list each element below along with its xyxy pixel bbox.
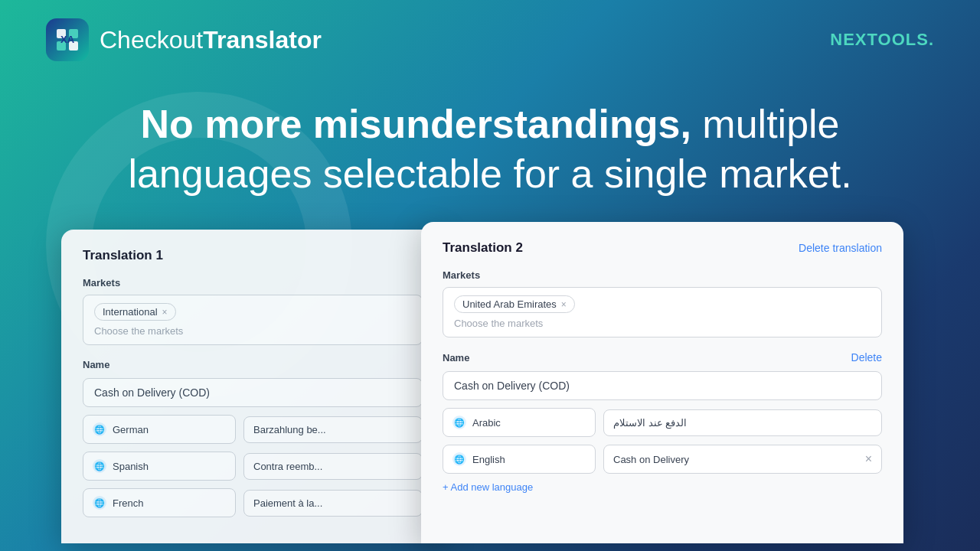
card1-french-value-text: Paiement à la... (253, 497, 322, 509)
card2-arabic-label: Arabic (472, 417, 501, 429)
card1-spanish-value-text: Contra reemb... (253, 461, 322, 472)
card1-markets-placeholder: Choose the markets (94, 325, 411, 337)
card2-markets-label: Markets (443, 269, 882, 281)
card1-spanish-lang: 🌐 Spanish (83, 452, 236, 481)
headline-section: No more misunderstandings, multiple lang… (0, 99, 980, 199)
card2-arabic-lang: 🌐 Arabic (443, 408, 596, 437)
card2-english-label: English (472, 454, 505, 465)
card1-market-remove-btn[interactable]: × (162, 307, 168, 318)
translation-card-1: Translation 1 Markets International × Ch… (61, 230, 444, 543)
add-lang-label: + Add new language (443, 481, 533, 493)
card1-markets-label: Markets (83, 277, 423, 289)
card1-markets-box[interactable]: International × Choose the markets (83, 295, 423, 345)
app-name: CheckoutTranslator (100, 26, 322, 54)
header: XA CheckoutTranslator NEXTOOLS. (46, 18, 934, 61)
card1-german-value[interactable]: Barzahlung be... (243, 416, 423, 443)
delete-translation-btn[interactable]: Delete translation (799, 242, 882, 254)
card1-german-lang: 🌐 German (83, 415, 236, 444)
card2-header: Translation 2 Delete translation (443, 240, 882, 256)
card1-french-lang: 🌐 French (83, 488, 236, 517)
globe-icon-2: 🌐 (93, 459, 106, 473)
card1-spanish-value[interactable]: Contra reemb... (243, 453, 423, 480)
card2-market-tag-label: United Arab Emirates (462, 298, 557, 310)
card1-market-tag[interactable]: International × (94, 303, 176, 321)
globe-icon: 🌐 (93, 422, 106, 436)
nextools-brand: NEXTOOLS. (830, 30, 934, 50)
card2-market-tag[interactable]: United Arab Emirates × (454, 295, 575, 313)
card1-name-label: Name (83, 359, 109, 370)
card1-header: Translation 1 (83, 248, 423, 263)
card2-name-input[interactable] (443, 371, 882, 400)
card2-market-remove-btn[interactable]: × (561, 299, 567, 310)
cards-container: Translation 1 Markets International × Ch… (61, 230, 949, 551)
card2-arabic-row: 🌐 Arabic الدفع عند الاستلام (443, 408, 882, 437)
card2-title: Translation 2 (443, 240, 523, 256)
card1-market-tag-label: International (103, 306, 158, 318)
globe-icon-3: 🌐 (93, 496, 106, 510)
logo-area: XA CheckoutTranslator (46, 18, 322, 61)
card1-name-input[interactable] (83, 378, 423, 407)
card1-spanish-label: Spanish (113, 461, 149, 472)
card1-name-header: Name (83, 359, 423, 370)
card1-french-label: French (113, 497, 143, 509)
card2-name-label: Name (443, 352, 469, 364)
card2-markets-box[interactable]: United Arab Emirates × Choose the market… (443, 287, 882, 337)
card2-arabic-value-text: الدفع عند الاستلام (613, 417, 687, 429)
card2-english-remove-btn[interactable]: × (865, 452, 872, 466)
card2-arabic-value[interactable]: الدفع عند الاستلام (603, 409, 882, 436)
card1-french-row: 🌐 French Paiement à la... (83, 488, 423, 517)
app-logo-icon: XA (46, 18, 89, 61)
card1-german-value-text: Barzahlung be... (253, 424, 326, 435)
card2-english-value-text: Cash on Delivery (613, 454, 689, 465)
card2-markets-placeholder: Choose the markets (454, 318, 871, 329)
card1-german-row: 🌐 German Barzahlung be... (83, 415, 423, 444)
card1-title: Translation 1 (83, 248, 163, 263)
globe-icon-5: 🌐 (452, 452, 466, 466)
card2-name-header: Name Delete (443, 351, 882, 364)
card2-english-row: 🌐 English Cash on Delivery × (443, 445, 882, 474)
globe-icon-4: 🌐 (452, 416, 466, 429)
add-language-btn[interactable]: + Add new language (443, 481, 882, 493)
headline-bold: No more misunderstandings, (140, 102, 691, 146)
svg-text:XA: XA (60, 34, 75, 45)
card1-spanish-row: 🌐 Spanish Contra reemb... (83, 452, 423, 481)
delete-name-btn[interactable]: Delete (851, 351, 882, 364)
card2-english-value[interactable]: Cash on Delivery × (603, 445, 882, 474)
card1-german-label: German (113, 424, 149, 435)
card1-french-value[interactable]: Paiement à la... (243, 490, 423, 517)
translation-card-2: Translation 2 Delete translation Markets… (421, 222, 903, 543)
card2-english-lang: 🌐 English (443, 445, 596, 474)
